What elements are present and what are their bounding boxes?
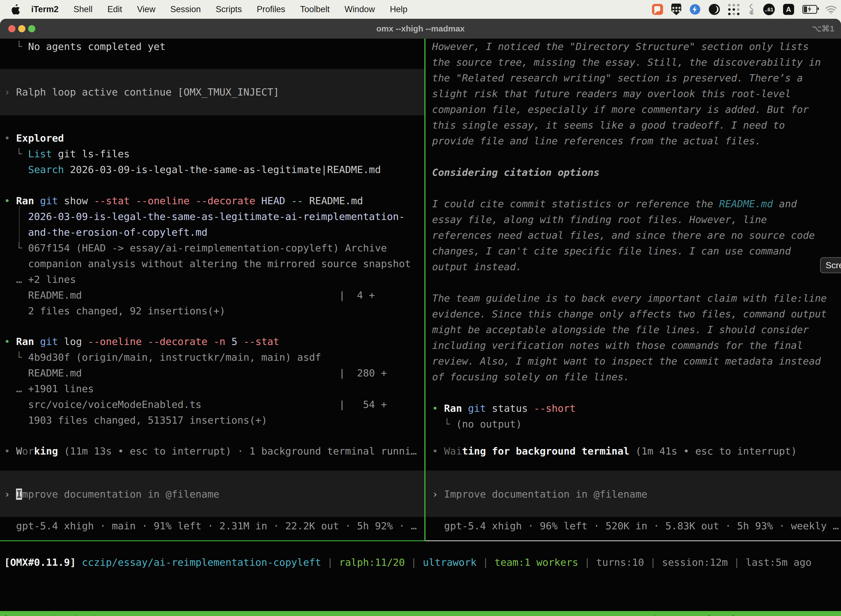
terminal-line: of focusing solely on file lines. (432, 369, 629, 385)
dragon-icon[interactable] (748, 4, 755, 15)
screen-recording-chip: Scre (820, 257, 841, 273)
terminal-line: changes, I can't cite specific file line… (432, 243, 791, 259)
terminal-line: the source tree, missing the essay. Stil… (432, 54, 821, 70)
terminal-line: › Improve documentation in @filename (432, 486, 647, 502)
dots-grid-icon[interactable] (728, 4, 740, 15)
terminal-line: └ List git ls-files (4, 146, 130, 162)
terminal-line: └ 067f154 (HEAD -> essay/ai-reimplementa… (4, 240, 387, 256)
terminal-line: The team guideline is to back every impo… (432, 290, 827, 306)
window-title: omx --xhigh --madmax (0, 19, 841, 39)
menu-item-profiles[interactable]: Profiles (249, 4, 293, 14)
terminal-line: Considering citation options (432, 164, 599, 180)
terminal-line: • Waiting for background terminal (1m 41… (432, 443, 797, 459)
terminal-line: the "Related research writing" section i… (432, 70, 803, 86)
blue-bolt-badge-icon[interactable] (690, 4, 700, 15)
terminal-line: might be acceptable alongside the file l… (432, 322, 809, 337)
macos-menu-bar: iTerm2ShellEditViewSessionScriptsProfile… (0, 0, 841, 19)
terminal-line: 2 files changed, 92 insertions(+) (4, 303, 226, 319)
terminal-line: … +2 lines (4, 271, 76, 287)
window-title-bar[interactable]: omx --xhigh --madmax ⌥⌘1 (0, 19, 841, 39)
terminal-pane-left[interactable]: └ No agents completed yet› Ralph loop ac… (0, 39, 424, 540)
omx-status-line: [OMX#0.11.9] cczip/essay/ai-reimplementa… (4, 554, 812, 570)
menu-status-icons: ..61A (652, 0, 837, 19)
menu-item-edit[interactable]: Edit (100, 4, 129, 14)
terminal-line: references need actual files, and since … (432, 227, 815, 243)
terminal-pane-right[interactable]: However, I noticed the "Directory Struct… (425, 39, 841, 540)
crescent-app-icon[interactable] (709, 4, 720, 15)
tmux-host-clock: "MacBook-Pro-44.local" 04:52 31-Mar-26 (611, 611, 839, 616)
terminal-line: gpt-5.4 xhigh · 96% left · 520K in · 5.8… (432, 518, 839, 534)
terminal-line: • Working (11m 13s • esc to interrupt) ·… (4, 443, 417, 459)
battery-charging-icon[interactable] (802, 5, 817, 14)
terminal-line: └ 4b9d30f (origin/main, instructkr/main,… (4, 349, 321, 365)
terminal-line: and-the-erosion-of-copyleft.md (4, 224, 208, 240)
inactive-pane-border (425, 540, 841, 541)
terminal-line: • Ran git status --short (432, 400, 576, 416)
active-pane-border (0, 540, 424, 541)
battery-percent-badge-icon[interactable]: ..61 (763, 4, 775, 15)
terminal-line: › Improve documentation in @filename (4, 486, 219, 502)
window-shortcut-hint: ⌥⌘1 (812, 19, 834, 39)
terminal-line: └ No agents completed yet (4, 39, 166, 54)
menu-item-session[interactable]: Session (163, 4, 208, 14)
terminal-line: 1903 files changed, 513517 insertions(+) (4, 412, 267, 428)
terminal-line: • Explored (4, 130, 64, 146)
shield-grid-icon[interactable] (671, 4, 681, 15)
terminal-line: Search 2026-03-09-is-legal-the-same-as-l… (4, 162, 381, 177)
screenshot-app-icon[interactable] (652, 4, 663, 15)
tmux-status-bar: [omx-cczip0:bash* "MacBook-Pro-44.local"… (0, 611, 841, 616)
terminal-line: … +1901 lines (4, 381, 94, 397)
terminal-line: gpt-5.4 xhigh · main · 91% left · 2.31M … (4, 518, 417, 534)
wifi-icon[interactable] (826, 5, 837, 14)
terminal-line: README.md | 280 + (4, 365, 387, 381)
terminal-line: output instead. (432, 259, 522, 274)
terminal-line: review. Also, I might want to inspect th… (432, 353, 821, 369)
menu-item-help[interactable]: Help (382, 4, 415, 14)
terminal-line: companion analysis without altering the … (4, 256, 411, 271)
terminal-line: evidence. Since this change only affects… (432, 306, 827, 322)
terminal-line: including verification notes with those … (432, 337, 803, 353)
terminal-line: However, I noticed the "Directory Struct… (432, 39, 809, 54)
terminal-line: • Ran git show --stat --oneline --decora… (4, 193, 363, 209)
terminal-area: └ No agents completed yet› Ralph loop ac… (0, 39, 841, 591)
menu-item-scripts[interactable]: Scripts (208, 4, 249, 14)
terminal-line: slight risk that future readers may over… (432, 86, 791, 101)
menu-item-toolbelt[interactable]: Toolbelt (293, 4, 337, 14)
menu-items: iTerm2ShellEditViewSessionScriptsProfile… (24, 4, 415, 14)
menu-item-window[interactable]: Window (337, 4, 382, 14)
tmux-window-name[interactable]: [omx-cczip0:bash* (3, 611, 104, 616)
menu-item-iterm2[interactable]: iTerm2 (24, 4, 66, 14)
terminal-line: provide file and line references from th… (432, 133, 761, 149)
terminal-line: this single essay, it seems like a good … (432, 117, 785, 133)
terminal-line: I could cite commit statistics or refere… (432, 196, 797, 212)
terminal-line: essay file, along with finding root file… (432, 212, 767, 227)
terminal-line: 2026-03-09-is-legal-the-same-as-legitima… (4, 209, 405, 224)
terminal-line: • Ran git log --oneline --decorate -n 5 … (4, 334, 279, 349)
menu-item-shell[interactable]: Shell (66, 4, 100, 14)
terminal-line: README.md | 4 + (4, 287, 375, 303)
terminal-line: src/voice/voiceModeEnabled.ts | 54 + (4, 397, 387, 412)
terminal-line: └ (no output) (432, 416, 522, 432)
apple-menu-icon[interactable] (12, 4, 20, 15)
keyboard-layout-a-icon[interactable]: A (783, 4, 794, 15)
menu-item-view[interactable]: View (130, 4, 163, 14)
terminal-line: companion file, especially if more comme… (432, 101, 809, 117)
terminal-line: › Ralph loop active continue [OMX_TMUX_I… (4, 84, 279, 100)
iterm-window: omx --xhigh --madmax ⌥⌘1 └ No agents com… (0, 19, 841, 616)
